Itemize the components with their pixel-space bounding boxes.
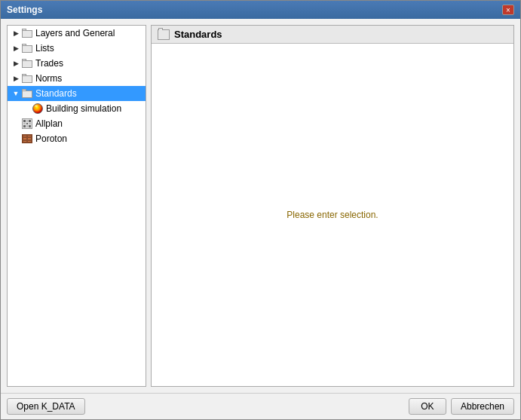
sidebar-item-label: Standards <box>35 88 77 99</box>
sidebar-item-poroton[interactable]: Poroton <box>8 131 146 146</box>
sidebar-item-label: Trades <box>35 58 63 69</box>
folder-icon <box>21 27 33 39</box>
allplan-icon <box>21 118 33 130</box>
main-panel-header: Standards <box>152 26 513 44</box>
folder-icon <box>21 87 33 100</box>
expand-arrow: ▶ <box>11 29 21 37</box>
folder-icon <box>21 42 33 54</box>
settings-window: Settings × ▶ Layers and General ▶ <box>0 0 521 420</box>
sidebar-item-label: Allplan <box>35 118 63 129</box>
expand-arrow: ▶ <box>11 75 21 82</box>
sidebar-item-label: Building simulation <box>46 103 121 114</box>
sidebar-item-label: Poroton <box>35 133 67 144</box>
expand-arrow: ▶ <box>11 44 21 52</box>
folder-icon <box>21 72 33 84</box>
placeholder-text: Please enter selection. <box>287 210 378 220</box>
panel-header-title: Standards <box>174 29 222 40</box>
sidebar-item-lists[interactable]: ▶ Lists <box>8 41 146 56</box>
sidebar-item-trades[interactable]: ▶ Trades <box>8 56 146 71</box>
title-bar: Settings × <box>1 1 520 19</box>
main-panel: Standards Please enter selection. <box>151 25 514 387</box>
sidebar-item-label: Norms <box>35 73 62 84</box>
panel-header-icon <box>158 29 170 40</box>
sidebar-item-layers-general[interactable]: ▶ Layers and General <box>8 26 146 41</box>
close-button[interactable]: × <box>502 5 514 15</box>
window-title: Settings <box>7 5 42 15</box>
folder-icon <box>21 57 33 69</box>
content-area: ▶ Layers and General ▶ <box>1 19 520 393</box>
sidebar-item-label: Lists <box>35 43 54 54</box>
ok-button[interactable]: OK <box>409 398 446 415</box>
footer-right-buttons: OK Abbrechen <box>409 398 514 415</box>
sidebar-item-allplan[interactable]: Allplan <box>8 116 146 131</box>
main-panel-body: Please enter selection. <box>152 44 513 386</box>
cancel-button[interactable]: Abbrechen <box>451 398 514 415</box>
poroton-icon <box>21 133 33 145</box>
expand-arrow: ▶ <box>11 60 21 67</box>
sidebar-item-building-simulation[interactable]: Building simulation <box>8 101 146 116</box>
open-k-data-button[interactable]: Open K_DATA <box>7 398 85 415</box>
sidebar-item-norms[interactable]: ▶ Norms <box>8 71 146 86</box>
sidebar-item-label: Layers and General <box>35 28 115 38</box>
sidebar-tree: ▶ Layers and General ▶ <box>7 25 146 387</box>
sidebar-item-standards[interactable]: ▼ Standards <box>8 86 146 101</box>
expand-arrow: ▼ <box>11 90 21 97</box>
footer: Open K_DATA OK Abbrechen <box>1 393 520 419</box>
building-simulation-icon <box>32 103 44 115</box>
